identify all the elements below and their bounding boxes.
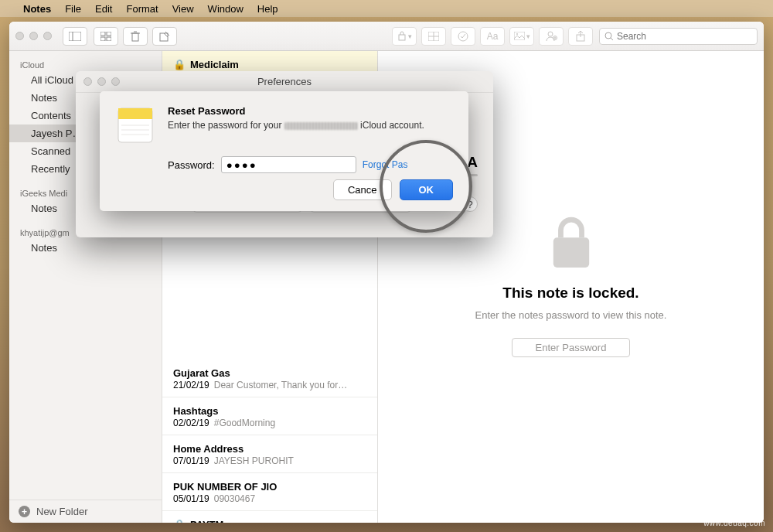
svg-rect-29 — [118, 108, 152, 119]
svg-rect-6 — [132, 33, 138, 41]
prefs-title-label: Preferences — [76, 76, 493, 87]
note-title: Mediclaim — [190, 59, 239, 70]
app-name[interactable]: Notes — [23, 3, 51, 15]
media-dropdown-button[interactable]: ▾ — [509, 27, 534, 46]
locked-hint: Enter the notes password to view this no… — [475, 309, 667, 321]
mac-menubar: Notes File Edit Format View Window Help — [0, 0, 773, 17]
enter-password-button[interactable]: Enter Password — [512, 338, 631, 357]
note-date: 07/01/19 — [173, 455, 209, 466]
svg-rect-3 — [107, 32, 111, 36]
svg-rect-4 — [100, 37, 105, 41]
note-title: Home Address — [173, 443, 243, 455]
redacted-account — [284, 122, 358, 130]
svg-rect-5 — [107, 37, 111, 41]
notes-app-icon — [115, 105, 155, 145]
note-title: Hashtags — [173, 405, 219, 417]
sheet-instruction: Enter the password for your iCloud accou… — [168, 120, 424, 131]
note-title: PUK NUMBER OF JIO — [173, 481, 277, 493]
note-date: 02/02/19 — [173, 418, 209, 428]
window-traffic-lights[interactable] — [15, 32, 52, 40]
ok-button[interactable]: OK — [400, 179, 454, 200]
preferences-titlebar: Preferences — [76, 71, 493, 93]
watermark: www.deuaq.com — [703, 519, 765, 527]
large-lock-icon — [549, 217, 594, 271]
menu-view[interactable]: View — [172, 3, 194, 15]
sheet-heading: Reset Password — [168, 105, 424, 117]
lock-dropdown-button[interactable]: ▾ — [392, 27, 417, 46]
note-date: 21/02/19 — [173, 380, 209, 390]
plus-icon: + — [19, 506, 30, 517]
svg-point-25 — [605, 32, 611, 39]
note-preview: Dear Customer, Thank you for… — [214, 380, 348, 390]
lock-icon: 🔒 — [173, 59, 186, 70]
list-item[interactable]: Home Address 07/01/19JAYESH PUROHIT — [162, 435, 377, 473]
menu-help[interactable]: Help — [257, 3, 278, 15]
search-field[interactable] — [599, 28, 758, 45]
menu-file[interactable]: File — [65, 3, 81, 15]
svg-rect-27 — [553, 237, 588, 268]
svg-rect-0 — [69, 32, 81, 41]
svg-point-18 — [516, 33, 518, 35]
list-item[interactable]: PUK NUMBER OF JIO 05/01/1909030467 — [162, 473, 377, 511]
compose-button[interactable] — [152, 27, 177, 46]
password-label: Password: — [168, 159, 215, 171]
svg-rect-9 — [160, 33, 168, 41]
list-item[interactable]: 🔒PAYTM — [162, 511, 377, 523]
grid-view-button[interactable] — [94, 27, 118, 46]
size-big-icon: A — [467, 154, 478, 171]
sidebar-section-icloud: iCloud — [9, 56, 162, 71]
reset-password-sheet: Reset Password Enter the password for yo… — [100, 91, 468, 211]
search-icon — [604, 32, 614, 41]
note-date: 05/01/19 — [173, 493, 209, 504]
note-title: Gujarat Gas — [173, 367, 230, 379]
sidebar-item-khyati-notes[interactable]: Notes — [9, 239, 162, 257]
list-item[interactable]: Gujarat Gas 21/02/19Dear Customer, Thank… — [162, 360, 377, 397]
new-folder-button[interactable]: + New Folder — [9, 500, 162, 523]
note-preview: #GoodMorning — [214, 418, 275, 428]
notes-titlebar: ▾ Aa ▾ — [9, 22, 764, 51]
menu-window[interactable]: Window — [208, 3, 243, 15]
note-preview: JAYESH PUROHIT — [214, 455, 294, 466]
note-title: PAYTM — [190, 519, 223, 523]
svg-rect-17 — [514, 32, 525, 40]
svg-line-26 — [611, 38, 613, 40]
note-preview: 09030467 — [214, 493, 255, 504]
menu-format[interactable]: Format — [126, 3, 158, 15]
checklist-button[interactable] — [451, 27, 475, 46]
list-item[interactable]: Hashtags 02/02/19#GoodMorning — [162, 397, 377, 435]
svg-rect-2 — [100, 32, 105, 36]
table-button[interactable] — [421, 27, 446, 46]
collaborate-button[interactable] — [539, 27, 564, 46]
locked-title: This note is locked. — [502, 285, 638, 302]
share-button[interactable] — [568, 27, 593, 46]
format-button[interactable]: Aa — [480, 27, 505, 46]
cancel-button[interactable]: Cance — [333, 179, 392, 200]
password-input[interactable] — [221, 156, 356, 173]
sidebar-toggle-button[interactable] — [63, 27, 87, 46]
prefs-traffic-lights[interactable] — [83, 77, 120, 86]
forgot-password-link[interactable]: Forgot Pas — [363, 159, 408, 170]
delete-button[interactable] — [123, 27, 148, 46]
new-folder-label: New Folder — [36, 506, 87, 517]
menu-edit[interactable]: Edit — [95, 3, 112, 15]
svg-rect-12 — [399, 35, 405, 40]
svg-point-19 — [548, 32, 553, 36]
search-input[interactable] — [617, 31, 752, 42]
lock-icon: 🔒 — [173, 519, 186, 523]
